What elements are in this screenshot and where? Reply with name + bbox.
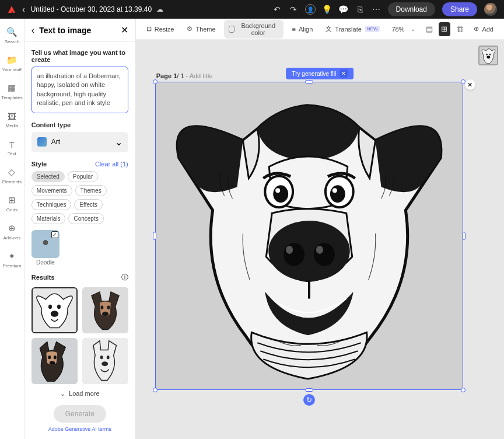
share-button[interactable]: Share: [442, 2, 477, 16]
user-circle-icon[interactable]: 👤: [305, 4, 316, 15]
download-button[interactable]: Download: [388, 2, 435, 16]
chevron-down-icon[interactable]: ⌄: [411, 26, 415, 32]
chip-concepts[interactable]: Concepts: [68, 213, 103, 224]
prompt-input[interactable]: an illustration of a Doberman, happy, is…: [32, 67, 128, 113]
deselect-button[interactable]: ✕: [465, 79, 475, 90]
rail-media[interactable]: 🖼Media: [0, 111, 24, 128]
svg-point-14: [107, 356, 110, 359]
document-title[interactable]: Untitled - October 30, 2023 at 13.39.40 …: [31, 5, 163, 13]
grids-icon: ⊞: [6, 195, 17, 205]
svg-point-13: [100, 356, 103, 359]
svg-point-1: [48, 304, 52, 308]
align-button[interactable]: ≡Align: [287, 23, 317, 35]
selected-image[interactable]: ✕ ↻: [155, 82, 463, 390]
lightbulb-icon[interactable]: 💡: [323, 5, 332, 14]
svg-point-5: [100, 305, 103, 309]
result-3[interactable]: [32, 338, 78, 384]
zoom-level[interactable]: 78%: [391, 26, 404, 33]
svg-point-30: [286, 246, 293, 254]
rail-addons[interactable]: ⊕Add-ons: [0, 223, 24, 241]
addons-icon: ⊕: [6, 223, 17, 234]
text-icon: T: [6, 139, 17, 149]
clear-all-link[interactable]: Clear all (1): [95, 161, 128, 168]
resize-handle-bl[interactable]: [153, 388, 158, 392]
resize-button[interactable]: ⊡Resize: [142, 23, 179, 35]
content-type-dropdown[interactable]: Art ⌄: [32, 132, 128, 152]
rail-search[interactable]: 🔍Search: [0, 27, 24, 44]
resize-handle-tl[interactable]: [153, 79, 158, 84]
background-color-button[interactable]: Background color: [224, 20, 284, 39]
chip-movements[interactable]: Movements: [32, 185, 72, 196]
result-2[interactable]: [82, 287, 128, 333]
app-logo[interactable]: [7, 5, 16, 14]
grid-view-icon[interactable]: ⊞: [439, 22, 450, 36]
media-icon: 🖼: [6, 111, 17, 121]
art-icon: [37, 137, 47, 147]
style-label: Style: [32, 161, 47, 168]
back-arrow-icon[interactable]: ‹: [22, 5, 25, 14]
regenerate-button[interactable]: ↻: [303, 394, 315, 406]
trash-icon[interactable]: 🗑: [454, 22, 466, 36]
canvas-stage[interactable]: Page 1/ 1 - Add title Try generative fil…: [136, 40, 504, 439]
svg-point-29: [314, 243, 335, 266]
svg-point-2: [57, 304, 61, 308]
panel-back-icon[interactable]: ‹: [32, 25, 34, 36]
results-grid: [32, 287, 128, 384]
rail-elements[interactable]: ◇Elements: [0, 167, 24, 184]
more-icon[interactable]: ⋯: [372, 5, 381, 14]
content-type-value: Art: [51, 138, 110, 146]
translate-icon: 文: [326, 25, 332, 33]
left-rail: 🔍Search 📁Your stuff ▦Templates 🖼Media TT…: [0, 19, 24, 439]
resize-icon: ⊡: [146, 25, 152, 33]
chip-themes[interactable]: Themes: [75, 185, 107, 196]
ai-terms-link[interactable]: Adobe Generative AI terms: [32, 426, 128, 432]
text-to-image-panel: ‹ Text to image ✕ Tell us what image you…: [24, 19, 136, 439]
canvas-toolbar: ⊡Resize ⚙Theme Background color ≡Align 文…: [136, 19, 504, 40]
generative-fill-tip[interactable]: Try generative fill ✕: [286, 68, 354, 79]
result-4[interactable]: [82, 338, 128, 384]
chip-techniques[interactable]: Techniques: [32, 199, 72, 210]
chip-popular[interactable]: Popular: [68, 171, 98, 182]
style-doodle-thumb[interactable]: ✓: [32, 230, 60, 258]
generate-button[interactable]: Generate: [54, 405, 106, 423]
rail-text[interactable]: TText: [0, 139, 24, 156]
rail-premium[interactable]: ✦Premium: [0, 251, 24, 269]
result-1[interactable]: [32, 287, 78, 333]
resize-handle-mb[interactable]: [305, 388, 313, 392]
cloud-sync-icon: ☁: [156, 5, 163, 13]
chip-materials[interactable]: Materials: [32, 213, 66, 224]
undo-icon[interactable]: ↶: [272, 5, 282, 14]
comment-icon[interactable]: 💬: [339, 5, 348, 14]
present-icon[interactable]: ⎘: [355, 5, 365, 14]
rail-your-stuff[interactable]: 📁Your stuff: [0, 55, 24, 72]
style-chips: Selected Popular Movements Themes Techni…: [32, 171, 128, 224]
page-indicator[interactable]: Page 1/ 1 - Add title: [156, 72, 213, 79]
translate-button[interactable]: 文TranslateNEW: [321, 22, 384, 36]
svg-point-25: [275, 188, 280, 193]
avatar[interactable]: [484, 3, 497, 16]
close-icon[interactable]: ✕: [121, 25, 128, 36]
resize-handle-mt[interactable]: [305, 80, 313, 83]
templates-icon: ▦: [6, 83, 17, 93]
resize-handle-ml[interactable]: [153, 232, 156, 240]
close-icon[interactable]: ✕: [340, 69, 348, 78]
load-more-button[interactable]: Load more: [32, 384, 128, 399]
theme-button[interactable]: ⚙Theme: [182, 23, 220, 35]
redo-icon[interactable]: ↷: [289, 5, 298, 14]
resize-handle-br[interactable]: [461, 388, 466, 392]
rail-grids[interactable]: ⊞Grids: [0, 195, 24, 212]
layers-icon[interactable]: ▤: [424, 22, 435, 36]
elements-icon: ◇: [6, 167, 17, 177]
info-icon[interactable]: ⓘ: [121, 273, 128, 283]
svg-point-3: [51, 311, 58, 316]
chip-effects[interactable]: Effects: [74, 199, 102, 210]
svg-point-10: [54, 356, 57, 359]
resize-handle-mr[interactable]: [462, 232, 466, 240]
chevron-down-icon: ⌄: [115, 137, 123, 148]
add-button[interactable]: ⊕Add: [469, 23, 498, 35]
chip-selected[interactable]: Selected: [32, 171, 65, 182]
rail-templates[interactable]: ▦Templates: [0, 83, 24, 100]
new-badge: NEW: [365, 26, 380, 32]
page-thumbnail[interactable]: [478, 46, 498, 65]
generated-doberman-illustration: [156, 82, 463, 389]
